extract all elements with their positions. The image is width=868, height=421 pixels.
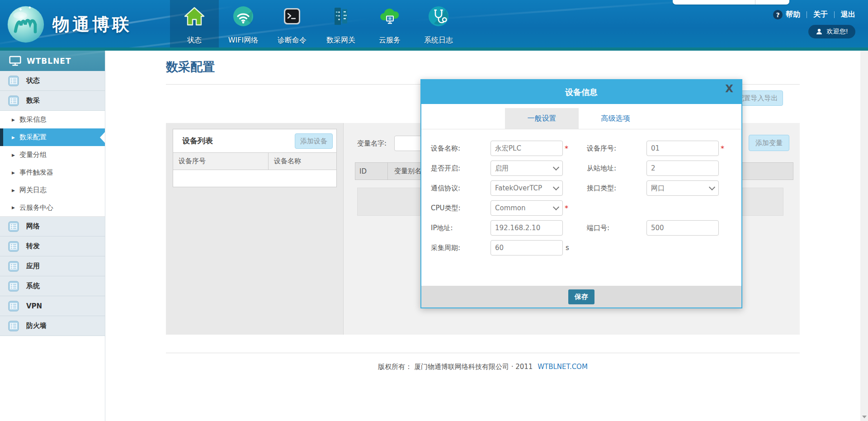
sidebar-item-data-collection[interactable]: 数采 <box>0 91 105 111</box>
wtblnet-link[interactable]: WTBLNET.COM <box>538 363 588 371</box>
home-icon <box>184 5 205 27</box>
sidebar-item-system[interactable]: 系统 <box>0 276 105 296</box>
nav-tab-cloud[interactable]: 云服务 <box>365 0 414 51</box>
tab-advanced-options[interactable]: 高级选项 <box>579 108 652 129</box>
device-name-input[interactable] <box>491 141 563 156</box>
nav-tab-syslog[interactable]: 系统日志 <box>414 0 463 51</box>
user-icon <box>816 28 823 35</box>
enable-select[interactable]: 启用 <box>491 161 563 176</box>
port-input[interactable] <box>646 220 719 236</box>
grid-icon <box>8 301 19 312</box>
page-scrollbar[interactable] <box>860 51 868 421</box>
scrollbar-down-arrow-icon[interactable] <box>862 416 867 418</box>
interface-type-select[interactable]: 网口 <box>646 180 719 196</box>
sidebar-brand: WTBLNET <box>0 51 105 71</box>
nav-tab-gateway[interactable]: 数采网关 <box>316 0 365 51</box>
enable-label: 是否开启: <box>431 164 491 173</box>
about-link[interactable]: 关于 <box>813 10 828 19</box>
required-mark: * <box>721 144 724 153</box>
brand-name: 物通博联 <box>52 13 132 36</box>
nav-tab-label: 数采网关 <box>326 36 355 45</box>
sidebar-item-firewall[interactable]: 防火墙 <box>0 316 105 336</box>
chevron-down-icon <box>553 204 559 210</box>
add-device-button[interactable]: 添加设备 <box>295 133 333 149</box>
sidebar-item-status[interactable]: 状态 <box>0 71 105 91</box>
page-title: 数采配置 <box>166 59 215 75</box>
search-box-remnant[interactable] <box>673 0 789 5</box>
seconds-unit-label: s <box>566 244 569 252</box>
form-row: 是否开启: 启用 从站地址: <box>431 161 741 176</box>
required-mark: * <box>565 144 568 153</box>
submenu-arrow-icon: ▶ <box>12 170 15 175</box>
cloud-icon <box>379 5 401 27</box>
device-info-dialog: 设备信息 X 一般设置 高级选项 设备名称: * 设备序号: * 是否开启: 启… <box>420 79 742 308</box>
top-navigation: 状态 WIFI网络 <box>170 0 463 51</box>
welcome-badge[interactable]: 欢迎您! <box>808 25 855 38</box>
logout-link[interactable]: 退出 <box>841 10 855 19</box>
gateway-icon <box>330 5 352 27</box>
sidebar-item-label: 转发 <box>26 242 40 251</box>
dialog-tabs: 一般设置 高级选项 <box>421 104 741 129</box>
sidebar-item-network[interactable]: 网络 <box>0 217 105 237</box>
sidebar-subitem-event-triggers[interactable]: ▶ 事件触发器 <box>0 164 105 181</box>
top-utility-links: ? 帮助 关于 退出 <box>773 10 855 19</box>
sidebar-subitem-variable-groups[interactable]: ▶ 变量分组 <box>0 146 105 164</box>
enable-select-value: 启用 <box>495 164 509 173</box>
submenu-arrow-icon: ▶ <box>12 135 15 140</box>
device-col-name: 设备名称 <box>269 153 336 170</box>
help-link[interactable]: 帮助 <box>786 10 800 19</box>
device-list-title: 设备列表 <box>182 136 213 146</box>
sidebar-item-vpn[interactable]: VPN <box>0 296 105 316</box>
device-table-empty-row <box>173 170 336 187</box>
sidebar-item-label: 应用 <box>26 262 40 270</box>
nav-tab-status[interactable]: 状态 <box>170 0 219 51</box>
welcome-text: 欢迎您! <box>826 28 848 36</box>
slave-address-input[interactable] <box>646 161 719 176</box>
nav-tab-wifi[interactable]: WIFI网络 <box>219 0 268 51</box>
device-serial-label: 设备序号: <box>587 144 646 153</box>
sidebar-item-label: 网络 <box>26 222 40 231</box>
grid-icon <box>8 261 19 272</box>
grid-icon <box>8 321 19 331</box>
footer-divider <box>166 353 800 353</box>
search-box-divider <box>755 0 755 5</box>
dialog-form: 设备名称: * 设备序号: * 是否开启: 启用 从站地址: <box>421 129 741 255</box>
cpu-type-select[interactable]: Common <box>491 200 563 216</box>
tab-general-settings[interactable]: 一般设置 <box>505 108 579 129</box>
submenu-arrow-icon: ▶ <box>12 188 15 193</box>
app-logo: 物通博联 <box>6 5 132 44</box>
terminal-icon <box>281 5 303 27</box>
sidebar-subitem-cloud-center[interactable]: ▶ 云服务中心 <box>0 199 105 217</box>
sidebar-item-label: 系统 <box>26 282 40 290</box>
close-icon[interactable]: X <box>725 84 733 94</box>
variable-filter-label: 变量名字: <box>357 139 387 148</box>
submenu-arrow-icon: ▶ <box>12 205 15 210</box>
save-button[interactable]: 保存 <box>568 289 594 304</box>
device-serial-input[interactable] <box>646 141 719 156</box>
sidebar-subitem-data-config[interactable]: ▶ 数采配置 <box>0 128 105 146</box>
sidebar-item-label: 状态 <box>26 76 40 85</box>
add-variable-button[interactable]: 添加变量 <box>749 135 789 151</box>
sidebar-item-forwarding[interactable]: 转发 <box>0 237 105 256</box>
sidebar-item-applications[interactable]: 应用 <box>0 256 105 276</box>
protocol-label: 通信协议: <box>431 184 491 193</box>
device-list-card: 设备列表 添加设备 设备序号 设备名称 <box>173 129 337 187</box>
poll-period-label: 采集周期: <box>431 244 491 252</box>
nav-tab-diagnostics[interactable]: 诊断命令 <box>268 0 316 51</box>
protocol-select[interactable]: FatekOverTCP <box>491 180 563 196</box>
nav-tab-label: 云服务 <box>379 36 401 45</box>
sidebar-subitem-label: 数采配置 <box>19 133 47 142</box>
nav-tab-label: 诊断命令 <box>278 36 307 45</box>
sidebar-subitem-gateway-logs[interactable]: ▶ 网关日志 <box>0 181 105 199</box>
grid-icon <box>8 221 19 232</box>
form-row: CPU类型: Common * <box>431 200 741 216</box>
submenu-arrow-icon: ▶ <box>12 153 15 157</box>
form-row: 采集周期: s <box>431 240 741 255</box>
ip-address-input[interactable] <box>491 220 563 236</box>
chevron-down-icon <box>553 164 559 170</box>
sidebar-subitem-data-info[interactable]: ▶ 数采信息 <box>0 111 105 128</box>
sidebar-subitem-label: 变量分组 <box>19 151 47 159</box>
dialog-title: 设备信息 <box>565 87 598 98</box>
poll-period-input[interactable] <box>491 240 563 255</box>
port-label: 端口号: <box>587 224 646 232</box>
